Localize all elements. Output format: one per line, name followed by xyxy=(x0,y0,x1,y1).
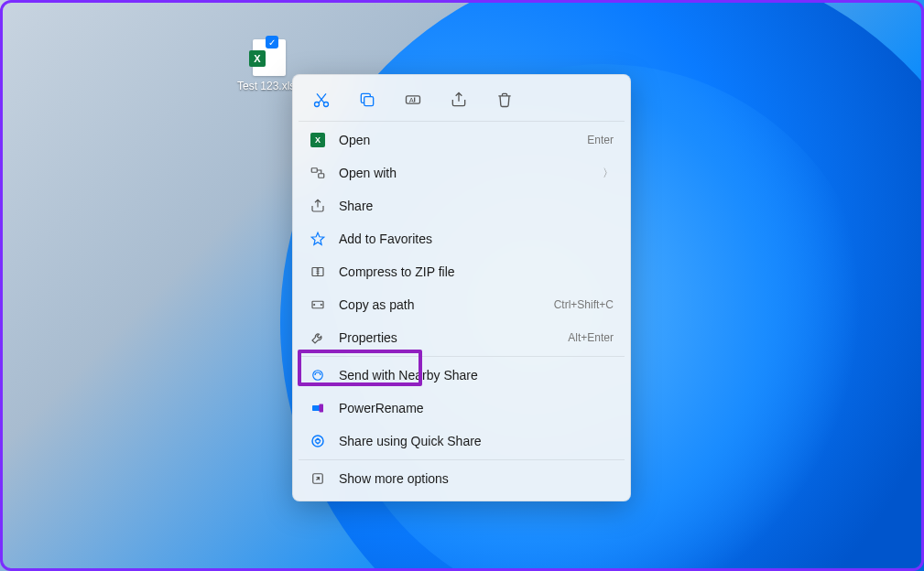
excel-file-icon: X ✓ xyxy=(247,38,286,76)
share-menu-icon xyxy=(310,198,326,214)
desktop-file-icon[interactable]: X ✓ Test 123.xlsx xyxy=(237,38,296,92)
menu-powerrename[interactable]: PowerRename xyxy=(299,392,625,425)
copy-button[interactable] xyxy=(357,90,377,110)
rename-icon: A xyxy=(404,91,422,109)
menu-properties[interactable]: Properties Alt+Enter xyxy=(299,321,625,354)
copy-path-icon xyxy=(310,296,326,313)
menu-shortcut: Alt+Enter xyxy=(568,331,614,344)
menu-show-more[interactable]: Show more options xyxy=(299,462,625,495)
nearby-share-icon xyxy=(310,367,326,383)
share-action-button[interactable] xyxy=(449,90,469,110)
menu-label: Open xyxy=(339,133,587,147)
svg-rect-2 xyxy=(364,97,374,106)
quickshare-icon xyxy=(310,433,326,449)
open-with-icon xyxy=(310,165,326,181)
menu-label: Share xyxy=(339,199,614,213)
svg-text:A: A xyxy=(409,96,414,104)
divider xyxy=(299,356,625,357)
chevron-right-icon: 〉 xyxy=(603,166,614,181)
cut-button[interactable] xyxy=(311,90,332,110)
svg-rect-6 xyxy=(319,174,324,178)
menu-label: Show more options xyxy=(339,471,614,486)
delete-button[interactable] xyxy=(495,90,515,110)
file-label: Test 123.xlsx xyxy=(237,80,296,92)
menu-open[interactable]: X Open Enter xyxy=(299,124,625,156)
menu-label: Send with Nearby Share xyxy=(339,368,614,382)
divider xyxy=(299,121,625,122)
svg-point-11 xyxy=(312,436,323,447)
svg-point-1 xyxy=(324,102,329,107)
menu-label: Compress to ZIP file xyxy=(339,264,614,279)
menu-label: Add to Favorites xyxy=(339,232,614,246)
menu-label: Share using Quick Share xyxy=(339,434,614,448)
menu-compress[interactable]: Compress to ZIP file xyxy=(299,255,625,288)
cut-icon xyxy=(312,91,331,109)
menu-quickshare[interactable]: Share using Quick Share xyxy=(299,425,625,458)
menu-label: Properties xyxy=(339,330,568,345)
divider xyxy=(299,459,625,460)
svg-rect-5 xyxy=(311,168,317,173)
copy-icon xyxy=(358,91,376,109)
zip-icon xyxy=(310,264,326,280)
menu-label: PowerRename xyxy=(339,401,614,415)
delete-icon xyxy=(495,91,514,109)
rename-button[interactable]: A xyxy=(403,90,423,110)
show-more-icon xyxy=(310,470,326,487)
menu-shortcut: Enter xyxy=(587,134,614,146)
wrench-icon xyxy=(310,329,326,346)
star-icon xyxy=(310,231,326,247)
svg-rect-10 xyxy=(320,404,324,413)
share-icon xyxy=(450,91,468,109)
menu-open-with[interactable]: Open with 〉 xyxy=(299,156,625,189)
context-menu: A X Open Enter Open with 〉 Share Add to … xyxy=(292,74,631,501)
svg-point-0 xyxy=(315,102,320,107)
menu-copy-path[interactable]: Copy as path Ctrl+Shift+C xyxy=(299,288,625,321)
excel-icon: X xyxy=(310,132,326,148)
menu-nearby-share[interactable]: Send with Nearby Share xyxy=(299,359,625,392)
menu-share[interactable]: Share xyxy=(299,189,625,222)
menu-shortcut: Ctrl+Shift+C xyxy=(554,298,614,311)
menu-label: Copy as path xyxy=(339,297,554,312)
menu-favorites[interactable]: Add to Favorites xyxy=(299,222,625,255)
menu-label: Open with xyxy=(339,166,603,180)
quick-action-row: A xyxy=(299,81,625,119)
powerrename-icon xyxy=(310,400,326,416)
